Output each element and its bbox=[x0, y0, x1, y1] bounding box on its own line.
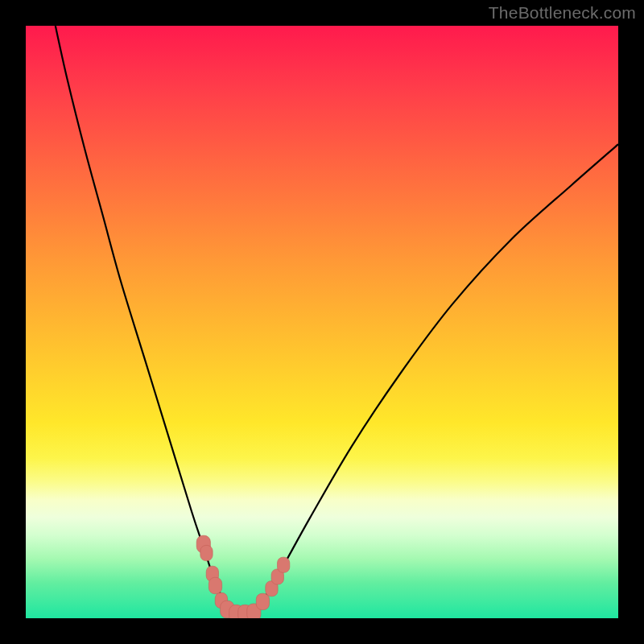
plot-area bbox=[26, 26, 618, 618]
curve-marker bbox=[208, 577, 221, 593]
curve-marker bbox=[278, 557, 290, 572]
chart-svg bbox=[26, 26, 618, 618]
watermark-text: TheBottleneck.com bbox=[489, 3, 636, 23]
curve-marker bbox=[256, 593, 269, 609]
chart-frame: TheBottleneck.com bbox=[0, 0, 644, 644]
curve-marker bbox=[200, 545, 213, 560]
bottleneck-curve bbox=[56, 26, 618, 615]
curve-markers bbox=[196, 535, 290, 618]
